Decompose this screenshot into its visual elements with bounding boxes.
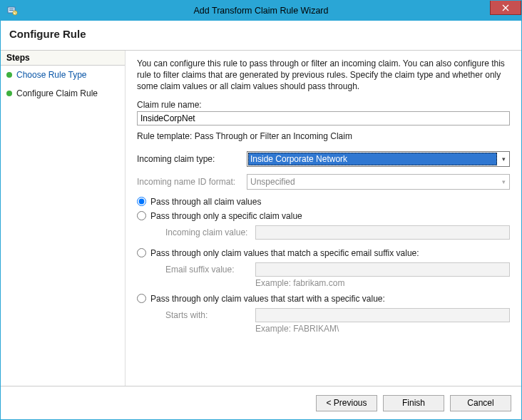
step-label: Choose Rule Type	[16, 70, 87, 80]
wizard-body: Steps Choose Rule Type Configure Claim R…	[1, 51, 521, 386]
incoming-claim-value-label: Incoming claim value:	[165, 227, 251, 237]
step-bullet-icon	[6, 72, 12, 78]
starts-with-label: Starts with:	[165, 310, 251, 320]
claim-rule-name-input[interactable]	[137, 111, 510, 126]
titlebar: Add Transform Claim Rule Wizard	[1, 1, 521, 21]
radio-starts-with-label: Pass through only claim values that star…	[150, 294, 385, 304]
radio-starts-with-input[interactable]	[137, 294, 146, 303]
window-title: Add Transform Claim Rule Wizard	[1, 6, 521, 16]
incoming-name-id-format-value: Unspecified	[247, 175, 498, 189]
radio-pass-specific-label: Pass through only a specific claim value	[150, 211, 302, 221]
incoming-claim-type-label: Incoming claim type:	[137, 154, 244, 164]
radio-pass-all-input[interactable]	[137, 197, 146, 206]
previous-button[interactable]: < Previous	[316, 395, 377, 411]
page-title: Configure Rule	[9, 28, 86, 40]
wizard-window: Add Transform Claim Rule Wizard Configur…	[0, 0, 522, 420]
page-header: Configure Rule	[1, 21, 521, 51]
main-pane: You can configure this rule to pass thro…	[126, 51, 521, 386]
step-label: Configure Claim Rule	[16, 88, 98, 98]
incoming-name-id-format-select: Unspecified ▾	[247, 174, 510, 190]
steps-heading: Steps	[1, 51, 125, 66]
incoming-claim-type-select[interactable]: Inside Corporate Network ▾	[247, 151, 510, 167]
incoming-claim-value-input	[255, 225, 510, 240]
step-bullet-icon	[6, 91, 12, 96]
incoming-claim-type-value: Inside Corporate Network	[248, 153, 497, 165]
footer-buttons: < Previous Finish Cancel	[1, 386, 521, 419]
chevron-down-icon: ▾	[498, 152, 509, 166]
claim-rule-name-label: Claim rule name:	[137, 100, 510, 110]
radio-email-suffix-input[interactable]	[137, 248, 146, 257]
close-button[interactable]	[490, 1, 521, 15]
radio-email-suffix-label: Pass through only claim values that matc…	[150, 248, 419, 258]
radio-email-suffix[interactable]: Pass through only claim values that matc…	[137, 248, 510, 258]
steps-sidebar: Steps Choose Rule Type Configure Claim R…	[1, 51, 126, 386]
email-suffix-value-label: Email suffix value:	[165, 265, 251, 275]
step-choose-rule-type[interactable]: Choose Rule Type	[1, 66, 125, 84]
email-suffix-hint: Example: fabrikam.com	[255, 278, 510, 288]
finish-button[interactable]: Finish	[383, 395, 444, 411]
radio-pass-specific-input[interactable]	[137, 211, 146, 220]
email-suffix-value-input	[255, 262, 510, 277]
cancel-button[interactable]: Cancel	[450, 395, 511, 411]
starts-with-input	[255, 308, 510, 322]
intro-text: You can configure this rule to pass thro…	[137, 58, 510, 93]
radio-pass-specific[interactable]: Pass through only a specific claim value	[137, 211, 510, 221]
radio-pass-all[interactable]: Pass through all claim values	[137, 197, 510, 207]
rule-template-line: Rule template: Pass Through or Filter an…	[137, 131, 510, 141]
svg-rect-1	[9, 9, 14, 9]
radio-pass-all-label: Pass through all claim values	[150, 197, 261, 207]
svg-rect-2	[9, 10, 14, 11]
incoming-name-id-format-label: Incoming name ID format:	[137, 177, 244, 187]
starts-with-hint: Example: FABRIKAM\	[255, 324, 510, 334]
app-icon	[6, 5, 18, 16]
step-configure-claim-rule[interactable]: Configure Claim Rule	[1, 84, 125, 103]
chevron-down-icon: ▾	[498, 175, 509, 189]
radio-starts-with[interactable]: Pass through only claim values that star…	[137, 294, 510, 304]
